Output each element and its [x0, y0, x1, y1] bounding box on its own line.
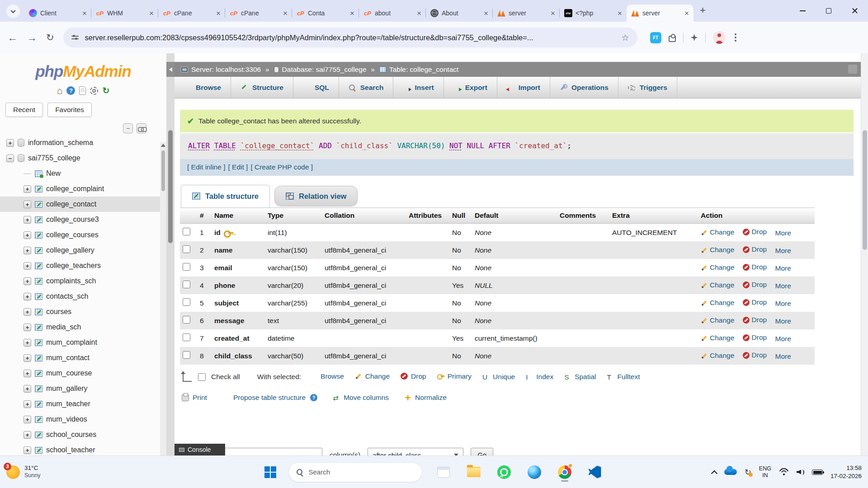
bookmark-star-icon[interactable]: ☆ [622, 33, 629, 43]
drop-link[interactable]: Drop [743, 281, 767, 289]
more-link[interactable]: More [775, 317, 791, 325]
sidebar-panel-button[interactable]: Recent [5, 103, 43, 117]
add-columns-input[interactable] [217, 448, 322, 455]
nav-tab[interactable]: Triggers [618, 77, 677, 98]
tab-close-icon[interactable]: × [550, 9, 556, 17]
view-tab[interactable]: Relation view [274, 186, 358, 206]
tree-node-label[interactable]: complaints_sch [46, 277, 96, 285]
tree-node[interactable]: college_course3 [0, 212, 166, 227]
column-header[interactable]: # [197, 208, 212, 224]
with-selected-action[interactable]: U Unique [482, 373, 515, 381]
change-link[interactable]: Change [701, 316, 734, 324]
forward-button[interactable]: → [27, 32, 37, 44]
column-header[interactable]: Default [472, 208, 557, 224]
tree-node-icon[interactable] [35, 309, 42, 315]
tree-node[interactable]: mum_gallery [0, 381, 166, 396]
nav-tab-label[interactable]: Structure [252, 84, 283, 92]
column-header[interactable]: Attributes [406, 208, 449, 224]
tree-node-icon[interactable] [35, 186, 42, 192]
tree-node-label[interactable]: New [46, 169, 61, 178]
tree-node[interactable]: mum_complaint [0, 335, 166, 350]
row-checkbox[interactable] [183, 245, 190, 253]
browser-tab[interactable]: Conta × [292, 5, 359, 22]
change-link[interactable]: Change [701, 246, 734, 254]
battery-icon[interactable] [812, 469, 823, 475]
more-link[interactable]: More [775, 264, 791, 272]
browser-tab[interactable]: About × [426, 5, 493, 22]
tree-node[interactable]: media_sch [0, 319, 166, 335]
breadcrumb-corner-icon[interactable] [848, 65, 857, 74]
drop-link[interactable]: Drop [743, 316, 767, 324]
drop-link[interactable]: Drop [743, 298, 767, 306]
nav-tab-label[interactable]: Insert [415, 84, 434, 92]
tree-expander-icon[interactable] [24, 277, 31, 285]
breadcrumb-table-label[interactable]: Table: college_contact [389, 66, 458, 74]
column-header[interactable]: Action [698, 208, 815, 224]
taskbar-app-icon[interactable] [528, 465, 541, 479]
language-indicator[interactable]: ENG IN [759, 465, 771, 479]
tree-node-icon[interactable] [35, 324, 42, 331]
tab-search-chevron-icon[interactable] [6, 5, 20, 18]
sidebar-scrollbar[interactable] [160, 142, 166, 455]
tree-node-label[interactable]: college_teachers [46, 262, 101, 270]
browser-tab[interactable]: server × [493, 5, 560, 22]
tree-node-icon[interactable] [35, 385, 42, 392]
more-link[interactable]: More [775, 229, 791, 237]
tree-node-icon[interactable] [35, 416, 42, 423]
tree-node-icon[interactable] [35, 401, 42, 408]
tree-node-label[interactable]: sai7755_college [28, 154, 80, 162]
drop-link[interactable]: Drop [743, 245, 767, 253]
new-tab-button[interactable]: + [700, 5, 706, 16]
table-tool-link[interactable]: Print [182, 394, 207, 402]
column-header[interactable]: Collation [322, 208, 406, 224]
tree-node-label[interactable]: college_complaint [46, 185, 104, 193]
tree-node-icon[interactable] [35, 293, 42, 300]
tree-node-label[interactable]: school_teacher [46, 446, 95, 454]
taskbar-app[interactable] [495, 462, 513, 482]
browser-tab[interactable]: cPane × [158, 5, 225, 22]
tab-close-icon[interactable]: × [148, 9, 155, 17]
row-checkbox[interactable] [183, 333, 190, 341]
change-link[interactable]: Change [701, 263, 734, 272]
browser-tab[interactable]: Client × [24, 5, 91, 22]
tree-node-icon[interactable] [35, 432, 42, 438]
volume-icon[interactable] [797, 469, 804, 476]
nav-tab-label[interactable]: Search [360, 84, 384, 92]
tab-close-icon[interactable]: × [684, 9, 690, 17]
tree-node-icon[interactable] [35, 232, 42, 239]
minimize-button[interactable] [789, 0, 816, 22]
taskbar-app[interactable] [586, 462, 604, 482]
divider-scrollbar-thumb[interactable] [168, 130, 173, 243]
tree-node[interactable]: school_courses [0, 427, 166, 442]
more-link[interactable]: More [775, 300, 791, 308]
docs-icon[interactable] [79, 86, 86, 95]
taskbar-app-icon[interactable] [437, 467, 450, 478]
browser-tab[interactable]: about × [359, 5, 426, 22]
tree-expander-icon[interactable] [24, 185, 31, 193]
query-edit-link[interactable]: [ Edit ] [228, 163, 248, 171]
tree-expander-icon[interactable] [24, 431, 31, 439]
browser-tab[interactable]: <?php × [560, 5, 627, 22]
column-header[interactable]: Extra [609, 208, 698, 224]
change-link[interactable]: Change [701, 228, 734, 236]
tree-node-icon[interactable] [35, 339, 42, 346]
tree-expander-icon[interactable] [24, 216, 31, 224]
tree-node[interactable]: college_teachers [0, 258, 166, 273]
sparkle-icon[interactable] [691, 34, 698, 41]
with-selected-action[interactable]: Change [355, 372, 390, 380]
nav-tab[interactable]: Import [497, 77, 550, 98]
tree-expander-icon[interactable] [24, 293, 31, 300]
with-selected-action[interactable]: S Spatial [564, 373, 596, 381]
tree-node-label[interactable]: mum_contact [46, 354, 90, 362]
breadcrumb-database-label[interactable]: Database: sai7755_college [282, 66, 367, 74]
tree-expander-icon[interactable] [24, 247, 31, 254]
tree-node-icon[interactable] [35, 370, 42, 377]
console-label[interactable]: Console [188, 446, 211, 453]
tree-node[interactable]: college_contact [0, 197, 166, 212]
tree-node-icon[interactable] [35, 216, 42, 223]
console-bar[interactable]: Console [175, 444, 225, 455]
tray-chevron-up-icon[interactable] [711, 470, 717, 476]
tree-node-label[interactable]: college_course3 [46, 216, 99, 224]
drop-link[interactable]: Drop [743, 333, 767, 342]
tree-node-label[interactable]: college_contact [46, 200, 96, 208]
